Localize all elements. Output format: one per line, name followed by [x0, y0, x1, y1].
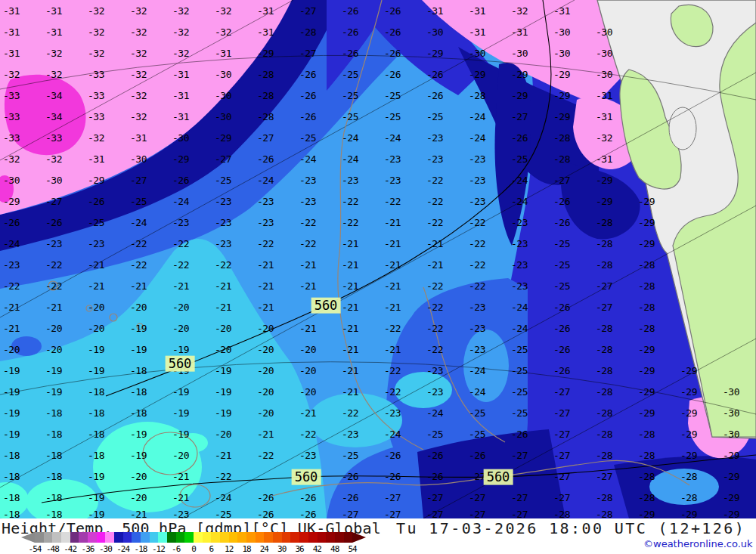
temp-label: -20	[88, 302, 104, 313]
temp-label: -23	[511, 217, 528, 228]
temp-label: -23	[257, 217, 274, 228]
temp-label: -21	[88, 280, 104, 292]
temp-label: -20	[257, 344, 274, 355]
temp-label: -22	[426, 302, 443, 313]
temp-label: -26	[342, 26, 358, 38]
temp-label: -28	[469, 90, 485, 101]
temp-label: -27	[130, 175, 147, 186]
contour-label-560: 560	[292, 469, 321, 485]
temp-label: -23	[511, 259, 528, 271]
temp-label: -21	[342, 280, 358, 292]
temp-label: -29	[596, 196, 612, 207]
temp-label: -27	[511, 492, 528, 503]
temp-label: -26	[426, 90, 443, 101]
temp-label: -28	[638, 471, 655, 482]
temp-label: -27	[553, 175, 570, 186]
temp-label: -29	[638, 509, 655, 519]
temp-label: -32	[511, 5, 528, 17]
temp-label: -19	[172, 429, 189, 440]
temp-label: -24	[172, 196, 189, 207]
temp-label: -30	[172, 132, 189, 144]
temp-label: -19	[3, 407, 20, 419]
temp-label: -27	[426, 509, 443, 519]
temp-label: -23	[215, 217, 231, 228]
temp-label: -21	[342, 344, 358, 355]
temp-label: -18	[45, 407, 62, 419]
temp-label: -23	[426, 386, 443, 398]
temp-label: -29	[215, 132, 231, 144]
temp-label: -24	[426, 407, 443, 419]
temp-label: -21	[299, 323, 316, 334]
temp-label: -27	[553, 450, 570, 461]
temp-label: -29	[638, 407, 655, 419]
temp-label: -22	[426, 196, 443, 207]
temp-label: -19	[172, 407, 189, 419]
temp-label: -21	[215, 280, 231, 292]
temp-label: -22	[299, 238, 316, 249]
temp-label: -29	[723, 492, 739, 503]
temp-label: -18	[45, 509, 62, 519]
temp-label: -32	[172, 48, 189, 59]
temp-label: -27	[215, 153, 231, 165]
temp-label: -24	[257, 175, 274, 186]
temp-label: -33	[45, 132, 62, 144]
temp-label: -23	[299, 450, 316, 461]
map-area: -31-31-32-32-32-32-31-27-26-26-31-31-32-…	[0, 0, 756, 518]
temp-label: -25	[469, 407, 485, 419]
copyright-link[interactable]: ©weatheronline.co.uk	[643, 538, 753, 549]
temp-label: -26	[257, 509, 274, 519]
temp-label: -32	[215, 26, 231, 38]
temp-label: -21	[384, 217, 401, 228]
temp-label: -29	[723, 471, 739, 482]
temp-label: -26	[426, 471, 443, 482]
temp-label: -30	[215, 90, 231, 101]
temp-label: -31	[511, 26, 528, 38]
temp-label: -23	[511, 280, 528, 292]
temp-label: -20	[130, 302, 147, 313]
temp-label: -26	[299, 69, 316, 80]
temp-label: -29	[553, 69, 570, 80]
temp-label: -27	[426, 492, 443, 503]
temp-label: -26	[553, 365, 570, 376]
temp-label: -32	[88, 5, 104, 17]
temp-label: -29	[638, 217, 655, 228]
temp-label: -34	[45, 111, 62, 122]
temp-label: -27	[553, 407, 570, 419]
temp-label: -18	[130, 365, 147, 376]
temp-label: -31	[3, 26, 20, 38]
temp-label: -28	[638, 302, 655, 313]
temp-label: -32	[130, 26, 147, 38]
temp-label: -20	[130, 471, 147, 482]
temp-label: -20	[299, 344, 316, 355]
temp-label: -26	[384, 450, 401, 461]
temp-label: -18	[3, 492, 20, 503]
temp-label: -25	[426, 111, 443, 122]
temp-label: -29	[638, 386, 655, 398]
temp-label: -28	[638, 492, 655, 503]
temp-label: -23	[469, 196, 485, 207]
temp-label: -21	[384, 344, 401, 355]
temp-label: -26	[553, 196, 570, 207]
temp-label: -18	[3, 450, 20, 461]
temp-label: -26	[553, 323, 570, 334]
temp-label: -22	[469, 217, 485, 228]
temp-label: -25	[511, 153, 528, 165]
temp-label: -31	[45, 26, 62, 38]
contour-label-560: 560	[484, 469, 513, 485]
temp-label: -21	[342, 365, 358, 376]
temp-label: -21	[88, 259, 104, 271]
temp-label: -23	[384, 407, 401, 419]
temp-label: -25	[342, 111, 358, 122]
temp-label: -32	[45, 153, 62, 165]
temp-label: -24	[384, 132, 401, 144]
temp-label: -22	[3, 280, 20, 292]
temp-label: -27	[553, 471, 570, 482]
temp-label: -22	[299, 217, 316, 228]
temp-label: -21	[257, 280, 274, 292]
temp-label: -27	[342, 509, 358, 519]
temp-label: -23	[257, 196, 274, 207]
temp-label: -18	[3, 471, 20, 482]
temp-label: -29	[638, 365, 655, 376]
temp-label: -21	[342, 323, 358, 334]
temp-label: -21	[172, 471, 189, 482]
